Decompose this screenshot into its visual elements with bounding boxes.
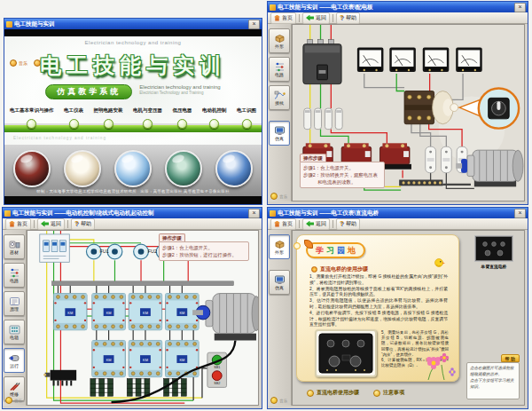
toolbar: 首页 返回 ?帮助 bbox=[268, 218, 528, 230]
sidebar-label: 外形 bbox=[275, 250, 284, 255]
music-control[interactable]: 音乐 bbox=[5, 397, 22, 404]
sidebar-item-appearance[interactable]: 外形 bbox=[269, 28, 290, 53]
sidebar-item-simulation[interactable]: 仿真 bbox=[269, 270, 290, 295]
home-button[interactable]: 首页 bbox=[5, 218, 31, 230]
contactor-label: KM bbox=[179, 311, 184, 315]
help-button[interactable]: ?帮助 bbox=[71, 218, 95, 230]
menu-item-machines[interactable]: 电机与变压器 bbox=[133, 107, 162, 129]
fuse-bank-left bbox=[304, 108, 342, 130]
sidebar-item-circuit[interactable]: 电路 bbox=[269, 57, 290, 82]
cube-icon bbox=[274, 240, 286, 249]
menu-item-motorcontrol[interactable]: 电动机控制 bbox=[202, 107, 227, 129]
circuit-icon bbox=[9, 268, 20, 278]
monitor-icon bbox=[274, 126, 286, 136]
menu-item-label: 电工基本常识与操作 bbox=[10, 107, 54, 114]
sidebar-item-principle[interactable]: 原理 bbox=[4, 291, 25, 316]
duck-mascot-icon bbox=[432, 257, 446, 271]
circuit-breaker[interactable] bbox=[40, 234, 69, 262]
menu-item-lowvoltage[interactable]: 低压电器 bbox=[173, 107, 192, 129]
help-button[interactable]: ?帮助 bbox=[336, 12, 360, 24]
home-button[interactable]: 首页 bbox=[270, 12, 296, 24]
topic-title: 直流电桥的使用步骤 bbox=[320, 265, 368, 273]
panel-grid-icon bbox=[9, 325, 20, 335]
close-button[interactable]: × bbox=[248, 209, 260, 218]
contactors: KM KM KM KM KM KM KM bbox=[54, 294, 199, 377]
tools-icon bbox=[9, 382, 20, 391]
menu-item-lighting[interactable]: 照明电路安装 bbox=[94, 107, 123, 129]
operation-steps-tab: 操作步骤 bbox=[159, 233, 185, 241]
link-notes[interactable]: 注意事项 bbox=[373, 389, 404, 397]
device-selector-column: 单臂直流电桥 bbox=[469, 236, 519, 269]
menu-item-meters[interactable]: 电工仪表 bbox=[64, 107, 83, 129]
toolbar-separator bbox=[299, 220, 300, 228]
close-button[interactable]: × bbox=[514, 209, 526, 218]
back-label: 返回 bbox=[316, 14, 326, 22]
music-control[interactable]: 音乐 bbox=[270, 193, 287, 200]
menu-item-button[interactable] bbox=[177, 119, 187, 129]
menu-item-button[interactable] bbox=[242, 119, 252, 129]
back-icon bbox=[306, 221, 314, 227]
window-dc-bridge: 电工技能与实训 ——电工仪表\直流电桥 × 首页 返回 ?帮助 外形 仿真 音乐… bbox=[267, 207, 528, 409]
mode-sidebar: 外形 仿真 音乐 bbox=[268, 230, 292, 406]
device-thumbnail[interactable] bbox=[475, 236, 512, 261]
close-button[interactable]: × bbox=[514, 3, 526, 12]
bridge-instrument-image bbox=[315, 329, 377, 377]
menu-item-label: 电动机控制 bbox=[202, 107, 227, 114]
sidebar-item-wiring[interactable]: 接线 bbox=[269, 85, 290, 110]
menu-item-button[interactable] bbox=[27, 119, 36, 129]
back-button[interactable]: 返回 bbox=[37, 218, 65, 230]
help-icon: ? bbox=[340, 14, 344, 21]
menu-item-button[interactable] bbox=[143, 119, 153, 129]
help-label: 帮助 bbox=[346, 220, 356, 228]
learning-card: 学 习 园 地 直流电桥的使用步骤 1、测量前先打开检流计锁扣，即将 G 接线柱… bbox=[296, 234, 459, 382]
photo-meter bbox=[64, 150, 101, 187]
music-control[interactable]: 音乐 bbox=[270, 397, 287, 404]
home-icon bbox=[274, 221, 280, 227]
photo-row bbox=[13, 150, 253, 187]
contactor-label: KM bbox=[67, 311, 73, 315]
sidebar-item-appearance[interactable]: 外形 bbox=[269, 234, 290, 259]
sidebar-item-run[interactable]: 运行 bbox=[4, 348, 25, 373]
operation-steps-panel: 操作步骤 步骤1：合上电源开关。 步骤2：按动按钮，进行运行操作。 bbox=[159, 233, 249, 261]
circuit-breaker[interactable] bbox=[303, 40, 341, 84]
sidebar-label: 器材 bbox=[10, 250, 19, 255]
app-icon bbox=[270, 4, 276, 11]
menu-item-label: 电工识图 bbox=[237, 107, 256, 114]
menu-item-button[interactable] bbox=[69, 119, 79, 129]
rotary-cam-switch[interactable] bbox=[404, 91, 458, 123]
menu-item-basics[interactable]: 电工基本常识与操作 bbox=[10, 107, 54, 129]
sidebar-label: 仿真 bbox=[275, 137, 284, 141]
app-icon bbox=[270, 210, 276, 217]
link-label: 注意事项 bbox=[383, 389, 404, 397]
sidebar-item-equipment[interactable]: 器材 bbox=[4, 234, 25, 259]
help-tab: 帮 助 bbox=[501, 354, 520, 362]
operation-steps-panel: 操作步骤 步骤1：合上电源开关。 步骤2：按动转换开关，观察电压表 和电流表的读… bbox=[300, 154, 385, 188]
back-button[interactable]: 返回 bbox=[302, 12, 330, 24]
sidebar-item-panel-box[interactable]: 电箱 bbox=[4, 320, 25, 344]
fuse-links bbox=[426, 146, 467, 172]
back-button[interactable]: 返回 bbox=[302, 218, 330, 230]
help-label: 帮助 bbox=[346, 14, 356, 22]
title-bar: 电工技能与实训 ——电工仪表\直流电桥 × bbox=[268, 208, 528, 218]
card-side-dot bbox=[293, 242, 301, 249]
sidebar-item-circuit[interactable]: 电路 bbox=[4, 263, 25, 288]
english-caption-top: Electrician technology and training bbox=[4, 40, 262, 45]
toolbar-separator bbox=[34, 220, 35, 228]
menu-item-button[interactable] bbox=[209, 119, 219, 129]
close-button[interactable]: × bbox=[248, 20, 260, 29]
home-button[interactable]: 首页 bbox=[270, 218, 296, 230]
stop-button[interactable] bbox=[212, 371, 222, 381]
stop-button-label: SB2 bbox=[214, 382, 220, 385]
help-icon: ? bbox=[340, 220, 344, 227]
sidebar-item-simulation[interactable]: 仿真 bbox=[269, 121, 290, 146]
app-icon bbox=[6, 21, 12, 28]
menu-item-button[interactable] bbox=[104, 119, 113, 129]
operation-steps-text: 步骤1：合上电源开关。 步骤2：按动转换开关，观察电压表 和电流表的读数。 bbox=[300, 162, 385, 188]
photo-pliers bbox=[13, 150, 51, 187]
subtitle-badge: 仿真教学系统 bbox=[45, 84, 132, 99]
brush-assembly bbox=[43, 370, 76, 386]
operation-steps-text: 步骤1：合上电源开关。 步骤2：按动按钮，进行运行操作。 bbox=[159, 241, 249, 261]
help-button[interactable]: ?帮助 bbox=[336, 218, 360, 230]
link-usage-steps[interactable]: 直流电桥使用步骤 bbox=[307, 389, 359, 397]
menu-item-drawings[interactable]: 电工识图 bbox=[237, 107, 256, 129]
